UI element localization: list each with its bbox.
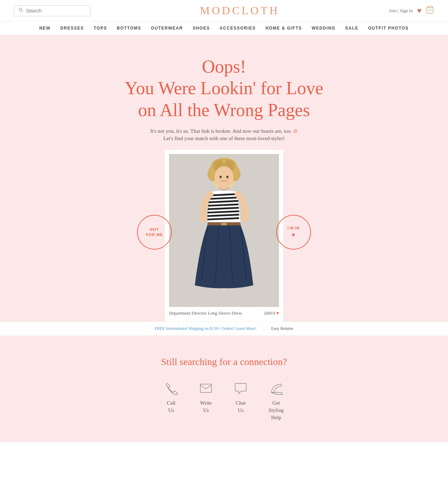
nav-item-tops[interactable]: TOPS — [94, 26, 107, 31]
error-section: Oops! You Were Lookin' for Love on All t… — [0, 35, 448, 322]
wishlist-icon[interactable]: ♥ — [417, 6, 422, 15]
svg-point-15 — [241, 214, 248, 222]
error-subtitle1: It's not you, it's us. That link is brok… — [14, 128, 434, 134]
email-icon — [199, 381, 213, 395]
broken-heart-icon: ⊘ — [293, 128, 298, 134]
nav-item-outerwear[interactable]: OUTERWEAR — [151, 26, 183, 31]
product-area: NOT FOR ME — [14, 143, 434, 322]
nav-item-wedding[interactable]: WEDDING — [312, 26, 336, 31]
svg-line-1 — [22, 10, 23, 12]
product-heart-icon: ♥ — [276, 310, 279, 316]
nav-item-outfit-photos[interactable]: OUTFIT PHOTOS — [368, 26, 409, 31]
product-info: Department Director Long Sleeve Dress 26… — [169, 307, 279, 316]
nav-item-home-gifts[interactable]: HOME & GIFTS — [265, 26, 302, 31]
nav-item-new[interactable]: NEW — [39, 26, 51, 31]
im-in-button[interactable]: I'M IN ♥ — [276, 215, 311, 250]
not-for-me-button[interactable]: NOT FOR ME — [137, 215, 172, 250]
write-label: Write Us — [200, 399, 212, 414]
svg-rect-18 — [200, 384, 211, 392]
banner-divider: | — [263, 326, 264, 331]
header-right: Join | Sign In ♥ — [389, 6, 434, 16]
product-image — [169, 154, 279, 307]
product-name: Department Director Long Sleeve Dress — [169, 310, 242, 316]
product-likes: 26819 ♥ — [264, 310, 279, 316]
nav-item-dresses[interactable]: DRESSES — [60, 26, 84, 31]
chat-icon — [234, 381, 248, 395]
contact-chat[interactable]: Chat Us — [234, 381, 248, 421]
banner: FREE International Shipping on $150+ Ord… — [0, 322, 448, 335]
error-subtitle2: Let's find your match with one of these … — [14, 136, 434, 141]
svg-point-10 — [214, 167, 233, 188]
search-icon — [18, 8, 23, 14]
product-card[interactable]: Department Director Long Sleeve Dress 26… — [165, 150, 283, 322]
call-label: Call Us — [167, 399, 176, 414]
chat-label: Chat Us — [236, 399, 246, 414]
svg-point-17 — [226, 176, 229, 178]
phone-icon — [164, 381, 178, 395]
site-logo[interactable]: MODCLOTH — [200, 4, 279, 17]
auth-link[interactable]: Join | Sign In — [389, 8, 413, 14]
header: MODCLOTH Join | Sign In ♥ — [0, 0, 448, 22]
search-container[interactable] — [14, 5, 90, 16]
nav-item-shoes[interactable]: SHOES — [193, 26, 210, 31]
nav-item-sale[interactable]: SALE — [345, 26, 358, 31]
svg-point-14 — [200, 214, 207, 222]
main-nav: NEW DRESSES TOPS BOTTOMS OUTERWEAR SHOES… — [0, 22, 448, 35]
search-input[interactable] — [26, 8, 86, 14]
heel-icon — [269, 381, 284, 395]
contact-grid: Call Us Write Us Chat Us — [14, 381, 434, 421]
contact-write[interactable]: Write Us — [199, 381, 213, 421]
contact-call[interactable]: Call Us — [164, 381, 178, 421]
nav-item-accessories[interactable]: ACCESSORIES — [219, 26, 256, 31]
shipping-link[interactable]: FREE International Shipping on $150+ Ord… — [155, 326, 256, 331]
contact-title: Still searching for a connection? — [14, 356, 434, 367]
cart-icon[interactable] — [426, 6, 434, 16]
svg-point-16 — [219, 176, 222, 178]
error-title: Oops! You Were Lookin' for Love on All t… — [14, 56, 434, 121]
contact-styling[interactable]: Get Styling Help — [269, 381, 284, 421]
nav-item-bottoms[interactable]: BOTTOMS — [117, 26, 141, 31]
styling-label: Get Styling Help — [269, 399, 283, 421]
returns-text: Easy Returns — [271, 326, 294, 331]
svg-point-0 — [19, 8, 22, 11]
contact-section: Still searching for a connection? Call U… — [0, 335, 448, 442]
